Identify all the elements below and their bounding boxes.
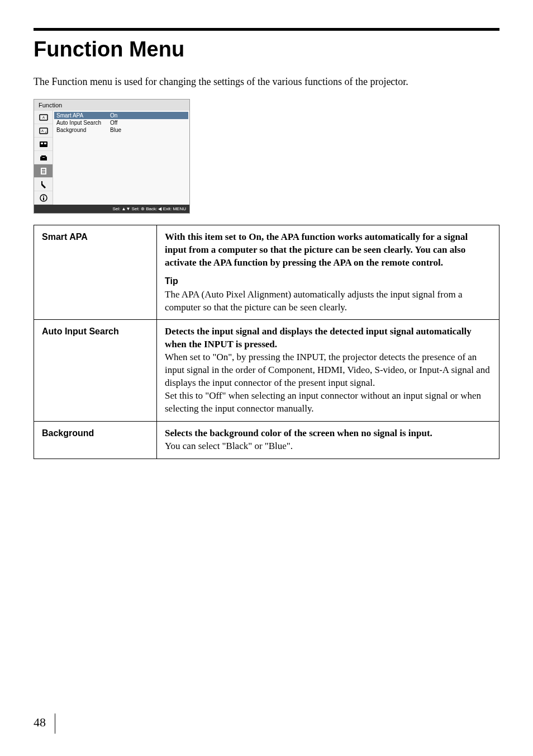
menu-header: Function [34,100,189,111]
settings-table: Smart APA With this item set to On, the … [34,225,499,459]
setting-desc: Detects the input signal and displays th… [157,320,499,422]
menu-row: Background Blue [54,126,188,134]
svg-text:A: A [41,129,43,133]
menu-body: A A+ Smart APA On [34,111,189,205]
table-row: Auto Input Search Detects the input sign… [34,320,499,422]
svg-rect-9 [41,155,46,157]
menu-row: Auto Input Search Off [54,119,188,126]
menu-row-label: Auto Input Search [56,120,110,126]
setting-desc: Selects the background color of the scre… [157,422,499,459]
setting-name: Background [34,422,157,459]
menu-row-label: Background [56,127,110,133]
menu-screenshot: Function A A+ [34,99,190,214]
menu-row-value: Off [110,120,186,126]
setting-bold-desc: With this item set to On, the APA functi… [165,231,468,268]
menu-sidebar: A A+ [34,111,53,205]
setting-plain-desc: When set to "On", by pressing the INPUT,… [165,352,490,414]
svg-text:A: A [42,116,44,119]
intro-text: The Function menu is used for changing t… [34,75,499,89]
screen-icon [34,138,53,151]
menu-row-value: On [110,112,186,119]
information-icon [34,191,53,205]
section-rule [34,28,499,31]
menu-row-label: Smart APA [56,112,110,119]
menu-row-value: Blue [110,127,186,133]
picture-icon: A [34,111,53,124]
menu-row: Smart APA On [54,112,188,119]
page-title: Function Menu [34,37,499,62]
menu-content: Smart APA On Auto Input Search Off Backg… [53,111,189,205]
setting-bold-desc: Detects the input signal and displays th… [165,326,472,349]
setting-plain-desc: You can select "Black" or "Blue". [165,441,293,451]
function-icon [34,164,53,178]
svg-point-16 [43,196,44,197]
menu-footer: Sel: ▲▼ Set: ⊕ Back: ◀ Exit: MENU [34,205,189,213]
svg-rect-7 [44,143,46,144]
svg-text:+: + [45,130,46,134]
tip-body: The APA (Auto Pixel Alignment) automatic… [165,289,462,313]
svg-rect-10 [42,157,45,158]
svg-rect-6 [41,143,43,144]
tip-heading: Tip [165,275,491,287]
setting-bold-desc: Selects the background color of the scre… [165,428,432,438]
setting-desc: With this item set to On, the APA functi… [157,225,499,320]
table-row: Smart APA With this item set to On, the … [34,225,499,320]
svg-rect-17 [43,197,44,200]
setting-name: Auto Input Search [34,320,157,422]
table-row: Background Selects the background color … [34,422,499,459]
installation-icon [34,178,53,191]
advanced-picture-icon: A+ [34,124,53,138]
setup-icon [34,151,53,164]
setting-name: Smart APA [34,225,157,320]
